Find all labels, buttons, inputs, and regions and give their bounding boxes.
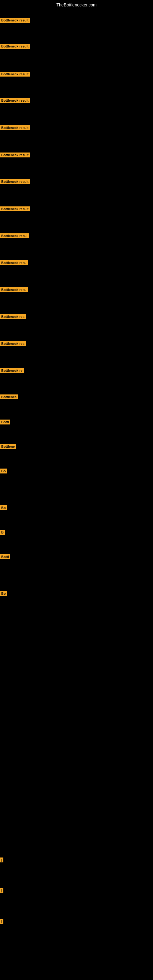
bottleneck-result-badge-18: Bo	[0, 469, 7, 474]
bottleneck-result-badge-14: Bottleneck re	[0, 368, 24, 373]
bottleneck-result-badge-12: Bottleneck res	[0, 314, 26, 319]
bottleneck-result-badge-17: Bottlene	[0, 444, 16, 449]
bottleneck-result-badge-9: Bottleneck resul	[0, 233, 29, 238]
bottleneck-result-badge-20: B	[0, 530, 5, 535]
bottleneck-result-badge-13: Bottleneck res	[0, 341, 26, 346]
bottleneck-result-badge-10: Bottleneck resu	[0, 260, 28, 265]
bottleneck-result-badge-2: Bottleneck result	[0, 44, 30, 49]
bottleneck-result-badge-6: Bottleneck result	[0, 153, 30, 158]
bottleneck-result-badge-25: |	[0, 919, 3, 924]
bottleneck-result-badge-21: Bottl	[0, 554, 10, 559]
bottleneck-result-badge-19: Bo	[0, 505, 7, 510]
bottleneck-result-badge-23: |	[0, 858, 3, 862]
bottleneck-result-badge-1: Bottleneck result	[0, 18, 30, 23]
site-title: TheBottlenecker.com	[0, 0, 153, 10]
bottleneck-result-badge-8: Bottleneck result	[0, 207, 30, 211]
bottleneck-result-badge-15: Bottlenec	[0, 395, 18, 399]
bottleneck-result-badge-7: Bottleneck result	[0, 179, 30, 184]
bottleneck-result-badge-22: Bo	[0, 591, 7, 596]
bottleneck-result-badge-11: Bottleneck resu	[0, 287, 28, 292]
bottleneck-result-badge-3: Bottleneck result	[0, 72, 30, 76]
bottleneck-result-badge-24: |	[0, 888, 3, 893]
bottleneck-result-badge-5: Bottleneck result	[0, 125, 30, 130]
bottleneck-result-badge-16: Bottl	[0, 420, 10, 425]
bottleneck-result-badge-4: Bottleneck result	[0, 98, 30, 103]
